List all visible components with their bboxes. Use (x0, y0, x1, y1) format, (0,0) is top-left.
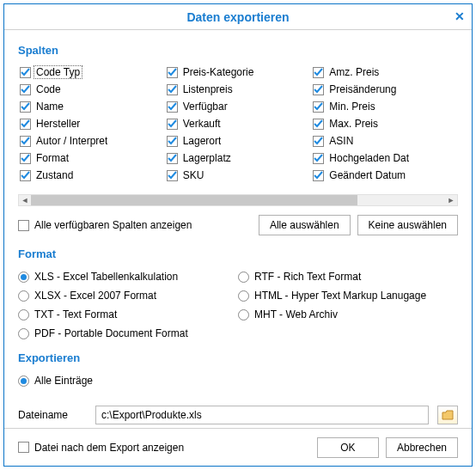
column-label: Min. Preis (329, 101, 375, 113)
show-all-columns-checkbox[interactable] (18, 220, 29, 231)
format-radio[interactable] (238, 272, 249, 283)
column-label: Amz. Preis (329, 66, 379, 78)
column-checkbox-row[interactable]: Autor / Interpret (18, 132, 165, 150)
column-label: Geändert Datum (329, 169, 406, 181)
column-label: Name (36, 101, 64, 113)
format-label: XLSX - Excel 2007 Format (34, 290, 156, 302)
column-label: Code (36, 83, 61, 95)
scroll-thumb[interactable] (31, 195, 357, 205)
column-label: SKU (183, 169, 204, 181)
format-radio[interactable] (18, 290, 29, 302)
format-option-html[interactable]: HTML - Hyper Text Markup Lanugage (238, 286, 458, 305)
browse-button[interactable] (437, 406, 458, 424)
column-checkbox-row[interactable]: Format (18, 150, 165, 167)
column-checkbox-row[interactable]: SKU (165, 167, 312, 184)
column-checkbox[interactable] (167, 136, 178, 147)
column-checkbox[interactable] (167, 153, 178, 164)
column-checkbox[interactable] (313, 101, 324, 113)
column-checkbox[interactable] (313, 67, 324, 78)
column-checkbox[interactable] (20, 101, 31, 113)
column-checkbox[interactable] (20, 119, 31, 130)
show-after-export-checkbox[interactable] (18, 442, 29, 453)
format-option-xls[interactable]: XLS - Excel Tabellenkalkulation (18, 267, 238, 286)
format-option-pdf[interactable]: PDF - Portable Document Format (18, 324, 238, 343)
column-label: Max. Preis (329, 118, 378, 130)
cancel-button[interactable]: Abbrechen (386, 437, 458, 458)
select-none-button[interactable]: Keine auswählen (357, 215, 458, 235)
format-option-rtf[interactable]: RTF - Rich Text Format (238, 267, 458, 286)
column-label: Zustand (36, 169, 73, 181)
filename-label: Dateiname (18, 409, 87, 421)
column-checkbox[interactable] (167, 67, 178, 78)
column-label: Preis-Kategorie (183, 66, 254, 78)
column-checkbox-row[interactable]: Preisänderung (311, 81, 458, 98)
column-checkbox[interactable] (20, 153, 31, 164)
column-checkbox-row[interactable]: Hersteller (18, 115, 165, 132)
format-radio[interactable] (238, 290, 249, 302)
format-label: RTF - Rich Text Format (254, 271, 361, 283)
column-checkbox-row[interactable]: Amz. Preis (311, 64, 458, 81)
format-option-txt[interactable]: TXT - Text Format (18, 305, 238, 324)
column-checkbox[interactable] (313, 153, 324, 164)
format-radio[interactable] (18, 328, 29, 339)
format-label: TXT - Text Format (34, 308, 117, 320)
column-checkbox[interactable] (20, 67, 31, 78)
column-label: Lagerort (183, 135, 222, 147)
ok-button[interactable]: OK (317, 437, 379, 458)
section-export-title: Exportieren (18, 351, 458, 364)
columns-scrollbar[interactable]: ◄ ► (18, 194, 458, 206)
column-checkbox[interactable] (167, 119, 178, 130)
column-checkbox[interactable] (20, 170, 31, 181)
show-all-columns-label: Alle verfügbaren Spalten anzeigen (34, 219, 192, 231)
format-label: HTML - Hyper Text Markup Lanugage (254, 290, 426, 302)
column-checkbox[interactable] (167, 84, 178, 95)
column-label: Verkauft (183, 118, 221, 130)
column-checkbox-row[interactable]: Zustand (18, 167, 165, 184)
column-checkbox-row[interactable]: Code (18, 81, 165, 98)
format-option-xlsx[interactable]: XLSX - Excel 2007 Format (18, 286, 238, 305)
export-all-label: Alle Einträge (34, 375, 93, 387)
export-dialog: Daten exportieren ✕ Spalten Code TypCode… (3, 3, 473, 467)
column-checkbox-row[interactable]: ASIN (311, 132, 458, 150)
format-radio[interactable] (18, 309, 29, 320)
column-checkbox-row[interactable]: Lagerplatz (165, 150, 312, 167)
filename-input[interactable] (95, 406, 429, 424)
column-checkbox-row[interactable]: Verkauft (165, 115, 312, 132)
column-checkbox[interactable] (167, 101, 178, 113)
column-checkbox[interactable] (20, 84, 31, 95)
column-checkbox[interactable] (313, 136, 324, 147)
format-option-mht[interactable]: MHT - Web Archiv (238, 305, 458, 324)
show-after-export-label: Datei nach dem Export anzeigen (34, 442, 184, 454)
export-all-radio[interactable] (18, 375, 29, 387)
select-all-button[interactable]: Alle auswählen (259, 215, 351, 235)
column-label: ASIN (329, 135, 353, 147)
column-checkbox-row[interactable]: Min. Preis (311, 98, 458, 115)
column-checkbox-row[interactable]: Listenpreis (165, 81, 312, 98)
column-label: Hochgeladen Dat (329, 152, 409, 164)
scroll-right-icon[interactable]: ► (445, 195, 457, 205)
column-label: Hersteller (36, 118, 80, 130)
close-icon[interactable]: ✕ (455, 9, 465, 23)
column-label: Verfügbar (183, 101, 228, 113)
section-format-title: Format (18, 247, 458, 260)
column-checkbox-row[interactable]: Lagerort (165, 132, 312, 150)
column-checkbox[interactable] (20, 136, 31, 147)
column-checkbox[interactable] (167, 170, 178, 181)
column-label: Format (36, 152, 69, 164)
column-checkbox-row[interactable]: Geändert Datum (311, 167, 458, 184)
column-checkbox-row[interactable]: Hochgeladen Dat (311, 150, 458, 167)
format-grid: XLS - Excel TabellenkalkulationXLSX - Ex… (18, 267, 458, 343)
column-checkbox-row[interactable]: Name (18, 98, 165, 115)
column-checkbox[interactable] (313, 170, 324, 181)
column-checkbox-row[interactable]: Code Typ (18, 64, 165, 81)
scroll-left-icon[interactable]: ◄ (19, 195, 31, 205)
format-radio[interactable] (18, 272, 29, 283)
titlebar: Daten exportieren ✕ (4, 4, 472, 30)
column-checkbox-row[interactable]: Verfügbar (165, 98, 312, 115)
column-checkbox-row[interactable]: Preis-Kategorie (165, 64, 312, 81)
column-checkbox-row[interactable]: Max. Preis (311, 115, 458, 132)
format-radio[interactable] (238, 309, 249, 320)
footer: Datei nach dem Export anzeigen OK Abbrec… (4, 428, 472, 466)
column-checkbox[interactable] (313, 119, 324, 130)
column-checkbox[interactable] (313, 84, 324, 95)
